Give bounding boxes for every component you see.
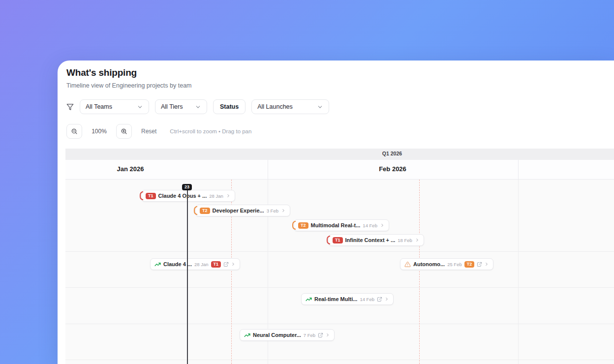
launches-filter-dropdown[interactable]: All Launches <box>251 99 329 114</box>
project-pill-multimodal-realtime[interactable]: T2 Multimodal Real-t... 14 Feb <box>294 219 389 231</box>
launch-pill-realtime-multi[interactable]: Real-time Multi... 14 Feb <box>301 293 394 305</box>
chevron-right-icon <box>384 297 389 302</box>
project-name: Multimodal Real-t... <box>311 222 361 228</box>
chevron-right-icon <box>226 193 231 198</box>
gridline-month <box>518 180 519 364</box>
bar-start-bracket <box>140 191 143 200</box>
tiers-filter-value: All Tiers <box>161 103 183 110</box>
chevron-right-icon <box>281 208 286 213</box>
row-separator <box>65 251 614 252</box>
bar-start-bracket <box>194 206 197 215</box>
row-separator <box>65 360 614 360</box>
project-date: 18 Feb <box>398 238 412 243</box>
launch-pill-claude-4[interactable]: Claude 4 ... 28 Jan T1 <box>150 258 240 270</box>
launch-date: 28 Jan <box>194 262 209 267</box>
month-header-row: Jan 2026 Feb 2026 <box>65 160 614 180</box>
external-link-icon <box>477 262 482 267</box>
zoom-in-button[interactable] <box>116 124 132 139</box>
trending-up-icon <box>306 296 312 303</box>
launch-pill-neural-computer[interactable]: Neural Computer... 7 Feb <box>240 329 335 341</box>
chevron-right-icon <box>325 333 330 337</box>
page-title: What's shipping <box>66 67 137 78</box>
month-divider <box>268 160 268 180</box>
launch-date: 14 Feb <box>360 297 374 302</box>
chevron-down-icon <box>137 104 143 110</box>
teams-filter-dropdown[interactable]: All Teams <box>80 99 149 114</box>
timeline-canvas[interactable]: 23 T1 Claude 4 Opus + ... 28 Jan T2 Deve… <box>65 180 614 364</box>
filter-bar: All Teams All Tiers Status All Launches <box>66 99 329 114</box>
today-marker-line <box>187 190 188 364</box>
project-name: Infinite Context + ... <box>345 237 396 243</box>
row-separator <box>65 324 614 324</box>
launch-pill-autonomous[interactable]: Autonomo... 25 Feb T2 <box>400 258 493 270</box>
project-name: Developer Experie... <box>213 208 264 213</box>
reset-zoom-button[interactable]: Reset <box>141 128 156 135</box>
project-pill-claude-4-opus[interactable]: T1 Claude 4 Opus + ... 28 Jan <box>141 190 235 202</box>
zoom-in-icon <box>121 128 127 135</box>
chevron-right-icon <box>231 262 236 267</box>
tiers-filter-dropdown[interactable]: All Tiers <box>155 99 207 114</box>
warning-triangle-icon <box>404 261 411 268</box>
zoom-toolbar: 100% Reset Ctrl+scroll to zoom • Drag to… <box>66 124 251 139</box>
tier-badge: T1 <box>146 193 156 199</box>
project-date: 3 Feb <box>267 208 278 213</box>
whats-shipping-panel: What's shipping Timeline view of Enginee… <box>58 61 614 364</box>
external-link-icon <box>377 297 382 302</box>
tier-badge: T1 <box>333 237 343 243</box>
row-separator <box>65 287 614 288</box>
launches-filter-value: All Launches <box>257 103 293 110</box>
launch-name: Real-time Multi... <box>314 296 357 302</box>
status-filter-button[interactable]: Status <box>213 99 246 114</box>
trending-up-icon <box>154 261 161 268</box>
chevron-right-icon <box>484 262 489 267</box>
quarter-label: Q1 2026 <box>363 151 422 156</box>
bar-start-bracket <box>327 236 330 244</box>
launch-date: 25 Feb <box>447 262 462 267</box>
teams-filter-value: All Teams <box>86 103 112 110</box>
zoom-out-button[interactable] <box>66 124 82 139</box>
tier-badge: T2 <box>200 208 210 214</box>
tier-badge: T1 <box>211 261 221 268</box>
bar-start-bracket <box>292 221 296 230</box>
page-subtitle: Timeline view of Engineering projects by… <box>66 82 192 89</box>
launch-date: 7 Feb <box>304 333 315 338</box>
launch-name: Neural Computer... <box>253 332 301 338</box>
filter-icon <box>66 103 74 111</box>
quarter-header-band: Q1 2026 <box>65 149 614 160</box>
timeline-view: Q1 2026 Jan 2026 Feb 2026 23 T1 Claude 4… <box>65 149 614 364</box>
tier-badge: T2 <box>298 222 308 229</box>
zoom-level-value: 100% <box>82 128 116 135</box>
chevron-right-icon <box>415 238 420 243</box>
chevron-down-icon <box>317 104 323 110</box>
month-label-jan: Jan 2026 <box>116 165 145 173</box>
month-label-feb: Feb 2026 <box>377 165 408 173</box>
chevron-down-icon <box>195 104 201 110</box>
project-pill-developer-experience[interactable]: T2 Developer Experie... 3 Feb <box>195 205 290 216</box>
project-date: 28 Jan <box>209 193 223 199</box>
tier-badge: T2 <box>464 261 475 268</box>
project-pill-infinite-context[interactable]: T1 Infinite Context + ... 18 Feb <box>328 234 424 246</box>
month-divider <box>518 160 519 180</box>
chevron-right-icon <box>380 223 385 228</box>
project-name: Claude 4 Opus + ... <box>158 193 207 199</box>
zoom-hint-text: Ctrl+scroll to zoom • Drag to pan <box>170 128 251 134</box>
zoom-out-icon <box>71 128 78 135</box>
external-link-icon <box>318 333 323 338</box>
external-link-icon <box>223 262 229 267</box>
today-marker-badge: 23 <box>182 184 192 190</box>
trending-up-icon <box>244 332 250 338</box>
launch-name: Autonomo... <box>413 261 445 267</box>
project-date: 14 Feb <box>363 223 377 228</box>
milestone-dashed-line <box>419 180 420 364</box>
